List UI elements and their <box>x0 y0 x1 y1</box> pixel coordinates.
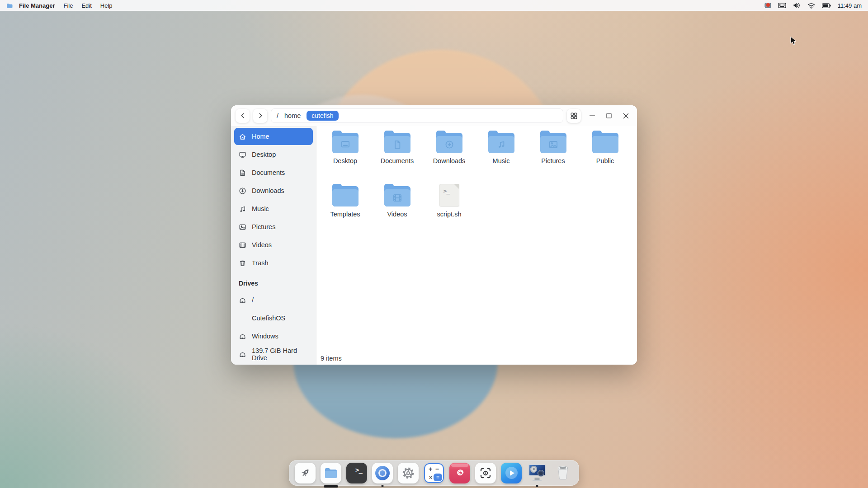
terminal-glyph: >_ <box>355 466 362 474</box>
sidebar-item-downloads[interactable]: Downloads <box>234 182 313 199</box>
menu-edit[interactable]: Edit <box>81 2 91 9</box>
folder-icon <box>332 133 359 153</box>
app-folder-icon <box>6 3 13 9</box>
sidebar-label: Music <box>252 205 269 212</box>
back-button[interactable] <box>236 109 250 123</box>
dock-browser-icon[interactable] <box>372 463 393 483</box>
chromium-logo <box>375 466 390 480</box>
file-item-documents[interactable]: Documents <box>371 131 423 184</box>
status-bar: 9 items <box>321 355 342 362</box>
breadcrumb-root[interactable]: / <box>277 112 278 119</box>
clock[interactable]: 11:49 am <box>838 2 862 9</box>
menubar-app-title[interactable]: File Manager <box>19 2 55 9</box>
file-label: Videos <box>387 211 407 218</box>
forward-button[interactable] <box>253 109 267 123</box>
sidebar-drive-hard-drive[interactable]: 139.7 GiB Hard Drive <box>234 346 313 363</box>
drive-icon <box>239 296 246 304</box>
drive-icon <box>239 351 246 358</box>
close-button[interactable] <box>619 109 632 122</box>
menu-file[interactable]: File <box>63 2 73 9</box>
file-item-desktop[interactable]: Desktop <box>319 131 371 184</box>
file-label: Public <box>596 157 614 164</box>
file-item-pictures[interactable]: Pictures <box>527 131 579 184</box>
screen-record-icon[interactable] <box>764 2 771 9</box>
home-icon <box>239 133 246 141</box>
dock-trash-icon[interactable] <box>552 463 573 483</box>
file-manager-window: / home cutefish <box>231 105 637 365</box>
desktop: File Manager File Edit Help 11:49 am <box>0 0 868 488</box>
dock-calculator-icon[interactable]: + − × = <box>424 463 444 483</box>
folder-icon <box>488 133 514 153</box>
sidebar-label: / <box>252 296 254 304</box>
dock-video-player-icon[interactable] <box>501 463 522 483</box>
volume-icon[interactable] <box>793 2 801 9</box>
sidebar-item-trash[interactable]: Trash <box>234 254 313 272</box>
file-item-templates[interactable]: Templates <box>319 184 371 237</box>
dock-launcher-icon[interactable] <box>295 463 316 483</box>
sidebar-drive-windows[interactable]: Windows <box>234 328 313 345</box>
file-item-music[interactable]: Music <box>475 131 527 184</box>
dock-media-player-icon[interactable] <box>527 463 547 483</box>
sidebar-item-desktop[interactable]: Desktop <box>234 146 313 163</box>
sidebar-item-pictures[interactable]: Pictures <box>234 218 313 235</box>
terminal-glyph: >_ <box>443 188 450 194</box>
file-label: Music <box>493 157 510 164</box>
sidebar-label: Trash <box>252 259 269 267</box>
sidebar-item-music[interactable]: Music <box>234 200 313 217</box>
file-label: Desktop <box>333 157 357 164</box>
sidebar-drive-root[interactable]: / <box>234 291 313 309</box>
keyboard-icon[interactable] <box>778 3 786 8</box>
drives-section-label: Drives <box>234 275 313 291</box>
grid-view-button[interactable] <box>567 109 581 123</box>
trash-icon <box>239 259 246 267</box>
calculator-face: + − × = <box>424 463 444 483</box>
breadcrumb[interactable]: / home cutefish <box>271 108 563 123</box>
mouse-cursor <box>790 36 797 48</box>
music-icon <box>239 205 246 213</box>
sidebar-label: Desktop <box>252 151 276 158</box>
sidebar-item-home[interactable]: Home <box>234 128 313 145</box>
sidebar-label: Windows <box>252 333 278 340</box>
sidebar-label: Pictures <box>252 223 275 230</box>
dock-software-spiral-icon[interactable] <box>449 463 470 483</box>
battery-icon[interactable] <box>822 3 831 8</box>
dock-terminal-icon[interactable]: >_ <box>346 463 367 483</box>
toolbar: / home cutefish <box>231 105 637 126</box>
sidebar-label: Videos <box>252 241 272 249</box>
sidebar-label: Home <box>252 133 269 140</box>
folder-icon <box>540 133 566 153</box>
sidebar: Home Desktop Documents Downloads Music <box>231 126 316 365</box>
maximize-button[interactable] <box>602 109 616 122</box>
file-item-downloads[interactable]: Downloads <box>423 131 475 184</box>
shell-script-icon: >_ <box>439 184 459 206</box>
menu-help[interactable]: Help <box>100 2 113 9</box>
running-indicator-bar <box>324 485 338 488</box>
menubar: File Manager File Edit Help 11:49 am <box>0 0 868 11</box>
file-view: Desktop Documents Downloads <box>316 126 637 365</box>
sidebar-item-videos[interactable]: Videos <box>234 236 313 253</box>
minimize-button[interactable] <box>585 109 599 122</box>
file-label: Documents <box>381 157 414 164</box>
dock-settings-icon[interactable] <box>398 463 419 483</box>
document-icon <box>239 169 246 177</box>
file-label: Downloads <box>433 157 466 164</box>
drive-icon <box>239 333 246 340</box>
dock-file-manager-icon[interactable] <box>321 463 341 483</box>
running-indicator-dot <box>536 485 538 487</box>
breadcrumb-current[interactable]: cutefish <box>307 111 338 121</box>
folder-icon <box>332 186 359 206</box>
file-item-public[interactable]: Public <box>579 131 631 184</box>
speaker-icon <box>538 470 544 476</box>
sidebar-label: 139.7 GiB Hard Drive <box>252 347 308 361</box>
film-reel-icon <box>530 466 537 473</box>
pictures-icon <box>239 223 246 231</box>
videos-icon <box>239 241 246 249</box>
breadcrumb-home[interactable]: home <box>284 112 301 119</box>
sidebar-item-documents[interactable]: Documents <box>234 164 313 181</box>
file-item-script[interactable]: >_ script.sh <box>423 184 475 237</box>
folder-icon <box>436 133 462 153</box>
file-item-videos[interactable]: Videos <box>371 184 423 237</box>
sidebar-drive-cutefishos[interactable]: CutefishOS <box>234 310 313 327</box>
dock-screenshot-icon[interactable] <box>475 463 496 483</box>
wifi-icon[interactable] <box>807 3 815 9</box>
